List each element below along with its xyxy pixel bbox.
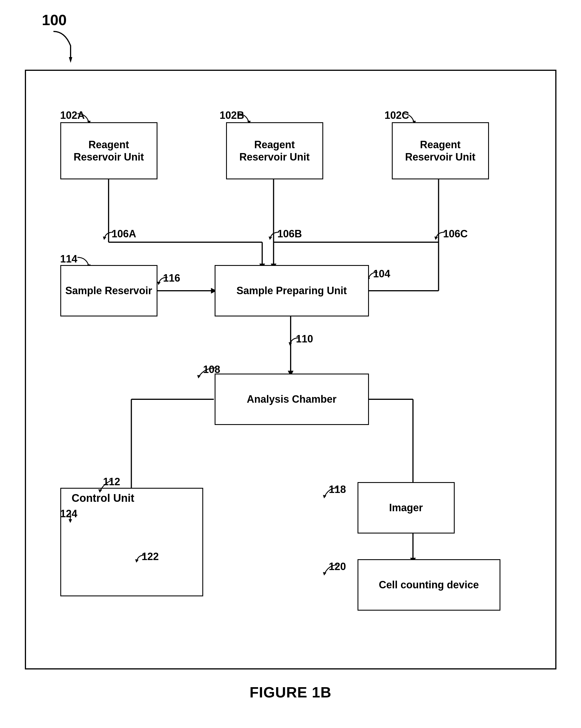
arrow-106a — [102, 231, 116, 242]
svg-marker-0 — [69, 57, 72, 63]
figure-caption: FIGURE 1B — [250, 684, 331, 701]
analysis-chamber: Analysis Chamber — [214, 373, 369, 425]
main-diagram-box: 102A Reagent Reservoir Unit 102B Reagent… — [25, 70, 556, 670]
cell-counting-device: Cell counting device — [357, 559, 500, 610]
svg-marker-34 — [197, 375, 201, 379]
top-ref-label: 100 — [42, 12, 67, 28]
arrow-106c — [433, 231, 448, 242]
svg-marker-27 — [103, 236, 106, 240]
arrow-106b — [268, 231, 282, 242]
curved-arrow-100 — [42, 29, 88, 66]
svg-marker-39 — [323, 572, 326, 575]
sample-reservoir: Sample Reservoir — [60, 265, 157, 316]
arrow-124 — [68, 509, 82, 523]
imager: Imager — [357, 482, 455, 534]
svg-marker-28 — [269, 236, 272, 240]
arrow-118 — [320, 486, 343, 501]
svg-marker-37 — [135, 559, 138, 563]
diagram-area: 102A Reagent Reservoir Unit 102B Reagent… — [43, 88, 538, 631]
arrow-120 — [320, 564, 343, 578]
svg-marker-35 — [98, 489, 102, 493]
cu-label: Control Unit — [72, 492, 134, 504]
svg-marker-38 — [323, 495, 326, 498]
svg-marker-31 — [157, 282, 160, 285]
reagent-reservoir-b: Reagent Reservoir Unit — [226, 122, 323, 179]
arrow-116 — [156, 276, 170, 287]
sample-preparing-unit: Sample Preparing Unit — [214, 265, 369, 316]
reagent-reservoir-a: Reagent Reservoir Unit — [60, 122, 157, 179]
svg-marker-36 — [69, 519, 72, 523]
reagent-reservoir-c: Reagent Reservoir Unit — [392, 122, 489, 179]
svg-marker-29 — [434, 236, 438, 240]
arrow-122 — [134, 553, 148, 565]
arrow-112 — [95, 479, 118, 493]
svg-marker-33 — [289, 342, 292, 345]
arrow-110 — [287, 336, 302, 348]
